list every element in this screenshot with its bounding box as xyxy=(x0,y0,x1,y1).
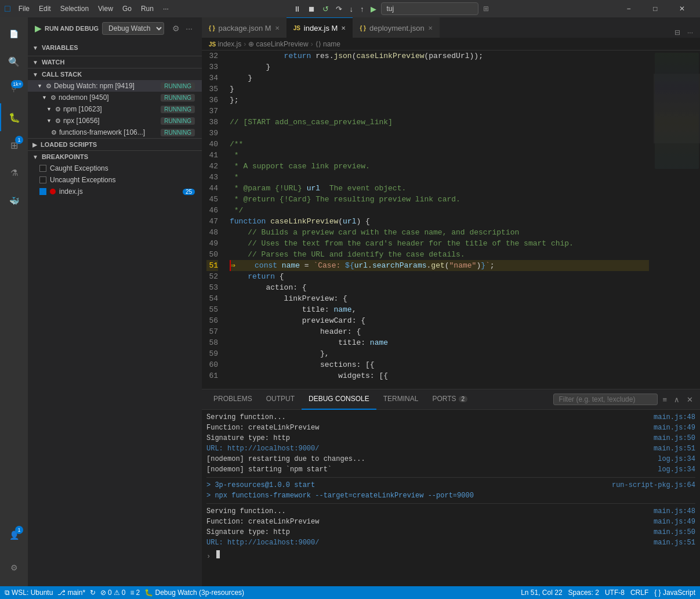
variables-section: VARIABLES xyxy=(28,39,202,56)
file-ref-11[interactable]: main.js:50 xyxy=(654,527,695,537)
file-ref-4[interactable]: main.js:51 xyxy=(654,443,695,454)
breadcrumb-function[interactable]: ⊕ caseLinkPreview xyxy=(248,40,308,48)
debug-pause-btn[interactable]: ⏸ xyxy=(291,3,303,15)
uncaught-exceptions-checkbox[interactable] xyxy=(39,176,46,183)
console-prompt-line[interactable]: › xyxy=(206,550,695,562)
call-stack-item-debug-watch[interactable]: ⚙ Debug Watch: npm [9419] RUNNING xyxy=(28,80,202,92)
debug-stop-btn[interactable]: ⏹ xyxy=(306,3,318,15)
close-btn[interactable]: ✕ xyxy=(669,0,695,17)
panel-tab-ports[interactable]: PORTS 2 xyxy=(425,389,474,410)
index-js-checkbox[interactable] xyxy=(39,188,46,195)
editor-code[interactable]: return res.json(caseLinkPreview(parsedUr… xyxy=(225,50,654,389)
testing-icon: ⚗ xyxy=(10,168,18,178)
menu-selection[interactable]: Selection xyxy=(57,3,92,14)
menu-more[interactable]: ··· xyxy=(159,3,172,14)
file-ref-3[interactable]: main.js:50 xyxy=(654,433,695,443)
breakpoint-caught-exceptions[interactable]: Caught Exceptions xyxy=(28,163,202,174)
activity-docker[interactable]: 🐳 xyxy=(0,187,28,215)
tab-index-js-close[interactable]: ✕ xyxy=(341,25,346,31)
debug-stepout-btn[interactable]: ↑ xyxy=(358,3,367,15)
breakpoint-uncaught-exceptions[interactable]: Uncaught Exceptions xyxy=(28,174,202,186)
status-ports[interactable]: ≡ 2 xyxy=(130,589,140,597)
tab-package-json[interactable]: { } package.json M ✕ xyxy=(202,17,286,38)
panel-list-btn[interactable]: ≡ xyxy=(660,394,669,405)
split-editor-btn[interactable]: ⊟ xyxy=(672,27,683,38)
status-encoding[interactable]: UTF-8 xyxy=(605,589,625,597)
status-errors[interactable]: ⊘ 0 ⚠ 0 xyxy=(100,589,125,597)
tab-deployment-json-close[interactable]: ✕ xyxy=(428,25,433,31)
status-wsl[interactable]: ⧉ WSL: Ubuntu xyxy=(5,589,53,597)
debug-stepover-btn[interactable]: ↷ xyxy=(333,3,344,15)
activity-testing[interactable]: ⚗ xyxy=(0,159,28,187)
call-stack-section-title[interactable]: CALL STACK xyxy=(28,68,202,80)
status-branch[interactable]: ⎇ main* xyxy=(57,589,85,597)
menu-view[interactable]: View xyxy=(95,3,117,14)
breakpoint-index-js[interactable]: index.js 25 xyxy=(28,186,202,197)
tab-package-json-close[interactable]: ✕ xyxy=(275,25,280,31)
caught-exceptions-checkbox[interactable] xyxy=(39,165,46,172)
activity-account[interactable]: 👤 1 xyxy=(0,521,28,549)
watch-section-title[interactable]: WATCH xyxy=(28,56,202,68)
panel-filter-input[interactable] xyxy=(553,394,658,405)
status-cursor[interactable]: Ln 51, Col 22 xyxy=(521,589,562,597)
debug-config-dropdown[interactable]: Debug Watch xyxy=(102,22,164,35)
breakpoints-section: BREAKPOINTS Caught Exceptions Uncaught E… xyxy=(28,150,202,197)
activity-source-control[interactable]: ⑂ 1k+ xyxy=(0,75,28,103)
tab-deployment-json[interactable]: { } deployment.json ✕ xyxy=(353,17,439,38)
settings-gear-btn[interactable]: ⚙ xyxy=(170,23,182,34)
file-ref-6[interactable]: log.js:34 xyxy=(658,464,695,475)
debug-stepin-btn[interactable]: ↓ xyxy=(347,3,356,15)
command-search[interactable] xyxy=(381,2,478,15)
maximize-btn[interactable]: □ xyxy=(642,0,669,17)
console-output[interactable]: Serving function... main.js:48 Function:… xyxy=(202,410,700,586)
activity-search[interactable]: 🔍 xyxy=(0,48,28,75)
panel-tab-problems[interactable]: PROBLEMS xyxy=(206,389,259,410)
panel-tab-terminal[interactable]: TERMINAL xyxy=(376,389,426,410)
panel-close-btn[interactable]: ✕ xyxy=(684,394,695,405)
menu-go[interactable]: Go xyxy=(119,3,135,14)
menu-bar[interactable]: File Edit Selection View Go Run ··· xyxy=(15,3,172,14)
console-text-1: Serving function... xyxy=(206,412,286,423)
file-ref-7[interactable]: run-script-pkg.js:64 xyxy=(612,480,695,490)
panel-tab-output[interactable]: OUTPUT xyxy=(259,389,302,410)
more-options-btn[interactable]: ··· xyxy=(183,23,195,34)
loaded-scripts-title[interactable]: LOADED SCRIPTS xyxy=(28,139,202,150)
debug-continue-btn[interactable]: ▶ xyxy=(368,3,379,15)
search-icon: 🔍 xyxy=(8,56,20,67)
breadcrumb-symbol[interactable]: ⟨⟩ name xyxy=(315,40,340,48)
file-ref-12[interactable]: main.js:51 xyxy=(654,537,695,548)
call-stack-item-npx[interactable]: ⚙ npx [10656] RUNNING xyxy=(28,115,202,127)
activity-settings[interactable]: ⚙ xyxy=(0,554,28,582)
call-stack-item-nodemon[interactable]: ⚙ nodemon [9450] RUNNING xyxy=(28,92,202,103)
activity-extensions[interactable]: ⊞ 1 xyxy=(0,131,28,159)
breadcrumb-file[interactable]: JS index.js xyxy=(209,40,241,48)
status-eol[interactable]: CRLF xyxy=(630,589,648,597)
call-stack-item-functions-framework[interactable]: ⚙ functions-framework [106...] RUNNING xyxy=(28,127,202,138)
status-language[interactable]: { } JavaScript xyxy=(654,589,695,597)
panel-collapse-btn[interactable]: ∧ xyxy=(672,394,682,405)
activity-debug[interactable]: 🐛 xyxy=(0,103,28,131)
code-line-51: ⇒ const name = `Case: ${url.searchParams… xyxy=(230,260,649,271)
menu-edit[interactable]: Edit xyxy=(35,3,55,14)
status-spaces[interactable]: Spaces: 2 xyxy=(568,589,599,597)
file-ref-10[interactable]: main.js:49 xyxy=(654,517,695,527)
call-stack-item-npm[interactable]: ⚙ npm [10623] RUNNING xyxy=(28,103,202,115)
panel-tab-debug-console[interactable]: DEBUG CONSOLE xyxy=(302,389,376,410)
breakpoints-section-title[interactable]: BREAKPOINTS xyxy=(28,151,202,163)
call-stack-ff-label: functions-framework [106...] xyxy=(59,128,145,136)
menu-file[interactable]: File xyxy=(15,3,33,14)
file-ref-5[interactable]: log.js:34 xyxy=(658,454,695,464)
tab-index-js[interactable]: JS index.js M ✕ xyxy=(286,17,353,38)
more-editor-btn[interactable]: ··· xyxy=(685,27,695,38)
debug-restart-btn[interactable]: ↺ xyxy=(320,3,331,15)
menu-run[interactable]: Run xyxy=(137,3,157,14)
minimize-btn[interactable]: − xyxy=(615,0,642,17)
file-ref-1[interactable]: main.js:48 xyxy=(654,412,695,423)
status-debug-session[interactable]: 🐛 Debug Watch (3p-resources) xyxy=(144,589,244,597)
activity-explorer[interactable]: 📄 xyxy=(0,20,28,48)
file-ref-9[interactable]: main.js:48 xyxy=(654,506,695,517)
status-sync[interactable]: ↻ xyxy=(90,589,96,597)
variables-section-title[interactable]: VARIABLES xyxy=(28,42,202,53)
file-ref-2[interactable]: main.js:49 xyxy=(654,423,695,433)
debug-settings-btn[interactable]: ⊞ xyxy=(481,3,491,14)
